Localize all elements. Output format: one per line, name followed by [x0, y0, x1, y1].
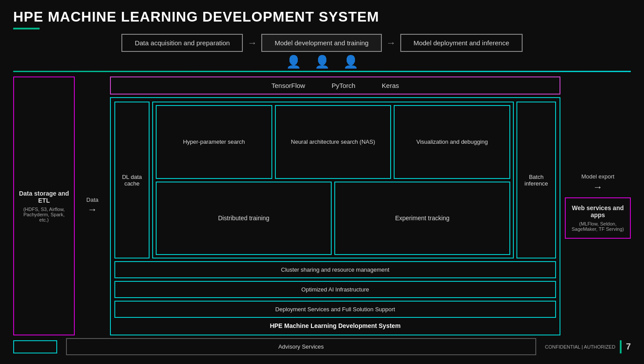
cluster-box: Cluster sharing and resource management — [114, 261, 556, 278]
web-services-subtitle: (MLFlow, Seldon, SageMaker, TF Serving) — [570, 221, 626, 232]
batch-inference-box: Batch inference — [516, 102, 556, 258]
top-tools-row: Hyper-parameter search Neural architectu… — [156, 105, 510, 179]
pipeline-box-2: Model development and training — [261, 34, 381, 52]
person-icon-1: 👤 — [286, 55, 301, 69]
title-underline — [13, 28, 40, 29]
visualization-box: Visualization and debugging — [394, 105, 510, 179]
pipeline-box-1: Data acquisition and preparation — [121, 34, 243, 52]
person-icon-3: 👤 — [343, 55, 359, 69]
right-column: Model export → Web services and apps (ML… — [565, 76, 631, 335]
page-title: HPE MACHINE LEARNING DEVELOPMENT SYSTEM — [13, 9, 631, 25]
hpe-mlds-label: HPE Machine Learning Development System — [114, 320, 556, 331]
confidential-label: CONFIDENTIAL | AUTHORIZED — [545, 344, 615, 349]
data-arrow-label: Data — [86, 197, 98, 203]
pipeline-arrow-1 — [243, 37, 261, 49]
frameworks-box: TensorFlow PyTorch Keras — [110, 76, 560, 95]
neural-arch-box: Neural architecture search (NAS) — [275, 105, 392, 179]
deployment-box: Deployment Services and Full Solution Su… — [114, 301, 556, 318]
framework-tensorflow: TensorFlow — [271, 82, 305, 89]
model-export-col: Model export → — [581, 173, 614, 193]
bottom-right-info: CONFIDENTIAL | AUTHORIZED 7 — [545, 340, 631, 353]
data-storage-box: Data storage and ETL (HDFS, S3, Airflow,… — [13, 76, 75, 335]
person-icons-row: 👤 👤 👤 — [13, 55, 631, 69]
person-icon-2: 👤 — [315, 55, 330, 69]
web-services-box: Web services and apps (MLFlow, Seldon, S… — [565, 197, 631, 239]
framework-keras: Keras — [382, 82, 399, 89]
page-number: 7 — [626, 342, 631, 352]
dl-data-cache-box: DL data cache — [114, 102, 150, 258]
data-arrow-col: Data → — [79, 76, 106, 335]
model-export-label: Model export — [581, 173, 614, 180]
advisory-box: Advisory Services — [66, 338, 536, 355]
center-column: TensorFlow PyTorch Keras DL data cache H… — [110, 76, 560, 335]
right-arrow: → — [593, 182, 603, 193]
outer-teal-box: DL data cache Hyper-parameter search Neu… — [110, 97, 560, 335]
distributed-training-box: Distributed training — [156, 182, 332, 255]
bottom-tools-row: Distributed training Experiment tracking — [156, 182, 510, 255]
separator-line — [13, 71, 631, 72]
data-arrow-symbol: → — [88, 204, 97, 215]
data-storage-title: Data storage and ETL — [18, 190, 70, 204]
optimized-box: Optimized AI Infrastructure — [114, 281, 556, 298]
main-content: Data storage and ETL (HDFS, S3, Airflow,… — [13, 76, 631, 335]
bottom-left-rect — [13, 340, 57, 353]
web-services-title: Web services and apps — [570, 204, 626, 218]
experiment-tracking-box: Experiment tracking — [334, 182, 510, 255]
bottom-row: Advisory Services CONFIDENTIAL | AUTHORI… — [13, 338, 631, 355]
data-storage-subtitle: (HDFS, S3, Airflow, Pachyderm, Spark, et… — [18, 207, 70, 222]
tools-area: Hyper-parameter search Neural architectu… — [152, 102, 514, 258]
pipeline-row: Data acquisition and preparation Model d… — [13, 34, 631, 52]
inner-tools-row: DL data cache Hyper-parameter search Neu… — [114, 102, 556, 258]
vert-bar — [620, 340, 622, 353]
pipeline-box-3: Model deployment and inference — [400, 34, 523, 52]
framework-pytorch: PyTorch — [332, 82, 355, 89]
pipeline-arrow-2 — [382, 37, 400, 49]
hyper-param-box: Hyper-parameter search — [156, 105, 272, 179]
